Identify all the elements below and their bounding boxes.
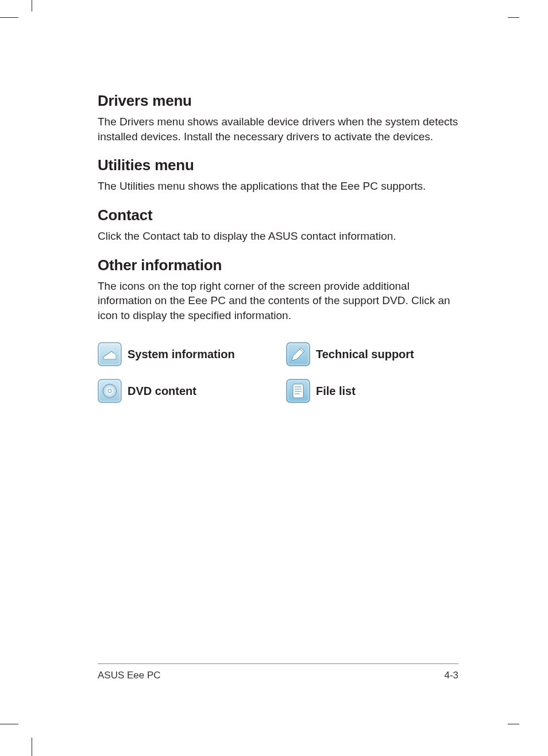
file-list-icon	[286, 379, 310, 403]
body-utilities: The Utilities menu shows the application…	[98, 179, 458, 194]
crop-mark	[508, 17, 519, 18]
dvd-content-icon	[98, 379, 122, 403]
system-information-icon	[98, 342, 122, 366]
icon-row-1: System information Technical s	[98, 342, 458, 366]
heading-utilities: Utilities menu	[98, 156, 458, 174]
icon-item-system-info: System information	[98, 342, 258, 366]
crop-mark	[32, 0, 32, 11]
icon-item-file-list: File list	[286, 379, 447, 403]
icon-row-2: DVD content	[98, 379, 458, 403]
body-other: The icons on the top right corner of the…	[98, 279, 458, 323]
body-drivers: The Drivers menu shows available device …	[98, 114, 458, 144]
body-contact: Click the Contact tab to display the ASU…	[98, 229, 458, 244]
heading-other: Other information	[98, 256, 458, 274]
heading-contact: Contact	[98, 206, 458, 224]
page-content: Drivers menu The Drivers menu shows avai…	[98, 92, 458, 416]
technical-support-icon	[286, 342, 310, 366]
icon-item-dvd-content: DVD content	[98, 379, 258, 403]
crop-mark	[508, 724, 519, 724]
svg-point-8	[108, 389, 111, 393]
crop-mark	[32, 738, 32, 756]
footer-page-number: 4-3	[444, 670, 458, 681]
page-footer: ASUS Eee PC 4-3	[98, 663, 458, 681]
crop-mark	[0, 17, 18, 18]
icon-label-tech-support: Technical support	[316, 348, 414, 361]
heading-drivers: Drivers menu	[98, 92, 458, 110]
crop-mark	[0, 724, 18, 724]
footer-product: ASUS Eee PC	[98, 670, 161, 681]
icon-item-tech-support: Technical support	[286, 342, 447, 366]
svg-rect-11	[293, 384, 303, 398]
icon-label-dvd-content: DVD content	[128, 385, 196, 398]
footer-divider	[98, 663, 458, 664]
icon-label-system-info: System information	[128, 348, 235, 361]
icon-label-file-list: File list	[316, 385, 356, 398]
